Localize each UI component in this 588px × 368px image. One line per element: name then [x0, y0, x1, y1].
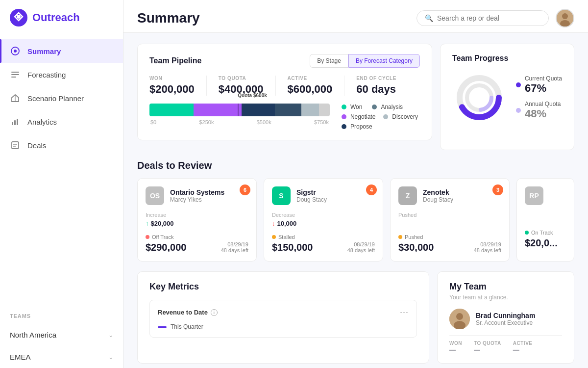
sidebar-item-deals[interactable]: Deals	[0, 133, 123, 157]
scenario-icon	[10, 93, 21, 104]
chevron-down-icon: ⌄	[108, 332, 113, 339]
legend-negotiate: Negotiate Discovery	[342, 113, 420, 120]
member-stat-active-label: ACTIVE	[513, 341, 533, 346]
quota-label: Quota $600k	[238, 93, 267, 98]
deal-date-zenotek: 08/29/19	[474, 241, 501, 247]
sidebar: Outreach Summary Forecasting	[0, 0, 123, 368]
chevron-down-icon: ⌄	[108, 354, 113, 361]
sidebar-item-summary[interactable]: Summary	[0, 39, 123, 63]
search-box[interactable]: 🔍	[416, 10, 549, 26]
deals-title: Deals to Review	[137, 160, 574, 171]
sidebar-item-deals-label: Deals	[27, 141, 46, 150]
deal-badge-zenotek: 3	[492, 184, 503, 195]
top-row: Team Pipeline By Stage By Forecast Categ…	[137, 44, 574, 150]
deal-meta-sigstr: 08/29/19 48 days left	[347, 241, 375, 253]
info-icon: i	[211, 309, 218, 316]
pipeline-bar-container: Quota $600k	[149, 104, 330, 125]
deal-change-label-zenotek: Pushed	[398, 212, 501, 218]
deals-grid: 6 OS Ontario Systems Marcy Yikes Increas…	[137, 178, 574, 262]
deal-header-ontario: OS Ontario Systems Marcy Yikes	[146, 186, 248, 205]
deal-meta-ontario: 08/29/19 48 days left	[221, 241, 248, 253]
logo[interactable]: Outreach	[0, 0, 123, 35]
deal-amount-zenotek: $30,000	[398, 242, 434, 253]
bar-won	[149, 104, 194, 116]
legend-dot-discovery	[383, 114, 388, 119]
deal-footer-sigstr: Stalled $150,000 08/29/19 48 days left	[272, 234, 375, 253]
legend-dot-negotiate	[342, 114, 346, 119]
deal-status-sigstr: Stalled	[272, 234, 313, 240]
deal-change-value-zenotek	[398, 220, 501, 227]
bar-analysis	[275, 104, 301, 116]
member-title-brad: Sr. Account Executive	[476, 319, 535, 326]
deal-status-ontario: Off Track	[146, 234, 186, 240]
svg-rect-11	[17, 119, 18, 125]
deal-date-ontario: 08/29/19	[221, 241, 248, 247]
legend-won-label: Won	[350, 104, 362, 110]
member-stat-active: ACTIVE —	[513, 341, 533, 353]
my-team-card: My Team Your team at a glance. Brad Cunn…	[437, 271, 574, 364]
legend-dot-propose	[342, 124, 346, 129]
donut-labels: Current Quota 67% Annual Quota 48%	[516, 75, 562, 120]
svg-rect-10	[14, 120, 16, 125]
bar-labels: $0 $250k $500k $750k	[149, 119, 330, 125]
deal-amount-ontario: $290,000	[146, 242, 186, 253]
annual-quota-label: Annual Quota	[525, 101, 561, 107]
forecasting-icon	[10, 69, 21, 80]
deal-card-sigstr: 4 S Sigstr Doug Stacy Decrease ↓ 10,000	[264, 178, 383, 262]
this-quarter-legend-line	[158, 326, 167, 328]
team-pipeline-card: Team Pipeline By Stage By Forecast Categ…	[137, 44, 432, 140]
sidebar-item-analytics[interactable]: Analytics	[0, 110, 123, 133]
page-title: Summary	[137, 10, 200, 26]
deal-days-sigstr: 48 days left	[347, 247, 375, 253]
bar-label-3: $750k	[314, 119, 329, 125]
sidebar-item-forecasting[interactable]: Forecasting	[0, 63, 123, 86]
more-options-button[interactable]: ···	[400, 307, 409, 317]
deal-change-value-ontario: ↑ $20,000	[146, 220, 248, 227]
deal-name-ontario: Ontario Systems	[170, 188, 224, 196]
team-progress-title: Team Progress	[452, 54, 562, 63]
content-area: Team Pipeline By Stage By Forecast Categ…	[123, 33, 588, 368]
member-stat-quota-value: —	[474, 346, 501, 353]
team-item-north-america[interactable]: North America ⌄	[0, 324, 123, 346]
deal-date-sigstr: 08/29/19	[347, 241, 375, 247]
deal-name-zenotek: Zenotek	[423, 188, 453, 196]
status-dot-rp	[525, 231, 529, 235]
deal-header-zenotek: Z Zenotek Doug Stacy	[398, 186, 501, 205]
logo-text: Outreach	[32, 11, 80, 24]
donut-area: Current Quota 67% Annual Quota 48%	[452, 71, 562, 125]
stat-active-value: $600,000	[288, 83, 333, 96]
sidebar-item-analytics-label: Analytics	[27, 118, 57, 126]
avatar[interactable]	[556, 9, 574, 27]
deal-status-zenotek: Pushed	[398, 234, 434, 240]
legend-analysis-label: Analysis	[381, 104, 403, 110]
deal-person-sigstr: Doug Stacy	[296, 196, 327, 203]
donut-chart	[452, 71, 506, 125]
bottom-row: Key Metrics Revenue to Date i ··· This Q…	[137, 271, 574, 364]
stat-won-value: $200,000	[149, 83, 195, 96]
legend-negotiate-label: Negotiate	[350, 113, 375, 120]
annual-quota-pct: 48%	[525, 107, 561, 120]
deal-badge-ontario: 6	[240, 184, 250, 195]
pipeline-bar	[149, 104, 330, 116]
tab-by-stage[interactable]: By Stage	[310, 54, 348, 68]
sidebar-item-scenario-planner[interactable]: Scenario Planner	[0, 86, 123, 110]
tab-by-forecast[interactable]: By Forecast Category	[348, 54, 420, 68]
bar-other	[319, 104, 330, 116]
search-input[interactable]	[437, 14, 540, 22]
team-item-emea[interactable]: EMEA ⌄	[0, 346, 123, 368]
member-avatar-brad	[449, 309, 470, 329]
deal-card-rp: RP On Track $20,0...	[516, 178, 574, 262]
team-emea-label: EMEA	[10, 353, 31, 361]
arrow-up-icon: ↑	[146, 220, 149, 227]
member-name-brad: Brad Cunningham	[476, 312, 535, 319]
analytics-icon	[10, 116, 21, 127]
current-quota-label: Current Quota	[525, 75, 562, 82]
bar-discovery	[301, 104, 319, 116]
revenue-header: Revenue to Date i ···	[158, 307, 409, 317]
deal-header-rp: RP	[525, 186, 566, 205]
my-team-title: My Team	[449, 282, 562, 292]
stat-quota-label: TO QUOTA	[219, 76, 264, 81]
pipeline-lower: Quota $600k	[149, 104, 420, 130]
deal-footer-zenotek: Pushed $30,000 08/29/19 48 days left	[398, 234, 501, 253]
legend-discovery-label: Discovery	[392, 113, 418, 120]
